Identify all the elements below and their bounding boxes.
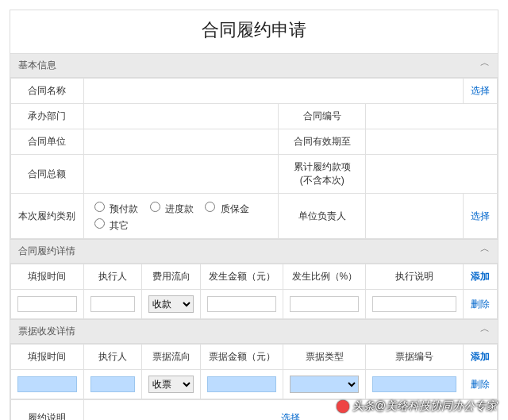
col-time: 填报时间 [11, 345, 84, 370]
section-basic-label: 基本信息 [18, 60, 56, 71]
perform-amount-input[interactable] [207, 296, 276, 312]
label-unit-head: 单位负责人 [279, 194, 366, 239]
value-unit [83, 129, 278, 155]
invoice-amount-input[interactable] [207, 376, 276, 392]
page-title: 合同履约申请 [10, 18, 498, 42]
invoice-row: 收票 删除 [11, 370, 498, 399]
col-ratio: 发生比例（%） [283, 264, 366, 290]
col-type: 票据类型 [283, 345, 366, 370]
watermark-logo-icon [337, 400, 349, 413]
perform-ratio-input[interactable] [290, 296, 359, 312]
delete-perform-button[interactable]: 删除 [464, 290, 498, 319]
section-invoice-header[interactable]: 票据收发详情 ︿ [10, 319, 498, 344]
col-amount: 发生金额（元） [201, 264, 283, 290]
invoice-no-input[interactable] [372, 376, 456, 392]
invoice-time-input[interactable] [17, 376, 77, 392]
value-total [83, 155, 278, 194]
value-contract-no [366, 104, 498, 129]
col-executor: 执行人 [83, 345, 142, 370]
radio-prepay[interactable]: 预付款 [90, 203, 138, 214]
label-cumulative: 累计履约款项 (不含本次) [279, 155, 366, 194]
label-valid-until: 合同有效期至 [279, 129, 366, 155]
select-contract-button[interactable]: 选择 [464, 79, 498, 104]
label-dept: 承办部门 [11, 104, 84, 129]
col-no: 票据编号 [366, 345, 464, 370]
col-flow: 票据流向 [142, 345, 201, 370]
label-contract-no: 合同编号 [279, 104, 366, 129]
add-perform-button[interactable]: 添加 [464, 264, 498, 290]
select-unit-head-button[interactable]: 选择 [464, 194, 498, 239]
invoice-flow-select[interactable]: 收票 [148, 376, 194, 393]
label-type: 本次履约类别 [11, 194, 84, 239]
section-basic-header[interactable]: 基本信息 ︿ [10, 53, 498, 78]
chevron-up-icon: ︿ [480, 56, 490, 70]
value-valid-until [366, 129, 498, 155]
chevron-up-icon: ︿ [480, 242, 490, 256]
chevron-up-icon: ︿ [480, 322, 490, 336]
perform-desc-input[interactable] [372, 296, 456, 312]
label-total: 合同总额 [11, 155, 84, 194]
section-perform-header[interactable]: 合同履约详情 ︿ [10, 239, 498, 264]
perform-row: 收款 删除 [11, 290, 498, 319]
perform-executor-input[interactable] [90, 296, 136, 312]
radio-warranty[interactable]: 质保金 [201, 203, 248, 214]
value-unit-head [366, 194, 464, 239]
radio-progress[interactable]: 进度款 [146, 203, 194, 214]
col-flow: 费用流向 [142, 264, 201, 290]
perform-time-input[interactable] [17, 296, 77, 312]
value-contract-name [83, 79, 463, 104]
label-perform-desc: 履约说明 [11, 400, 84, 421]
delete-invoice-button[interactable]: 删除 [464, 370, 498, 399]
add-invoice-button[interactable]: 添加 [464, 345, 498, 370]
perform-table: 填报时间 执行人 费用流向 发生金额（元） 发生比例（%） 执行说明 添加 收款… [10, 264, 498, 319]
section-invoice-label: 票据收发详情 [18, 326, 75, 337]
invoice-type-select[interactable] [290, 376, 359, 393]
perform-flow-select[interactable]: 收款 [148, 295, 194, 313]
col-time: 填报时间 [11, 264, 84, 290]
col-amount: 票据金额（元） [201, 345, 283, 370]
type-radio-group: 预付款 进度款 质保金 其它 [83, 194, 278, 239]
label-unit: 合同单位 [11, 129, 84, 155]
watermark-text: 头条@美络科技协同办公专家 [352, 399, 497, 414]
watermark: 头条@美络科技协同办公专家 [337, 399, 497, 414]
col-desc: 执行说明 [366, 264, 464, 290]
invoice-executor-input[interactable] [90, 376, 136, 392]
section-perform-label: 合同履约详情 [18, 245, 75, 256]
col-executor: 执行人 [83, 264, 142, 290]
radio-other[interactable]: 其它 [90, 220, 129, 231]
basic-info-table: 合同名称 选择 承办部门 合同编号 合同单位 合同有效期至 合同总额 累计履约款… [10, 78, 498, 239]
value-cumulative [366, 155, 498, 194]
value-dept [83, 104, 278, 129]
invoice-table: 填报时间 执行人 票据流向 票据金额（元） 票据类型 票据编号 添加 收票 删除 [10, 344, 498, 399]
label-contract-name: 合同名称 [11, 79, 84, 104]
